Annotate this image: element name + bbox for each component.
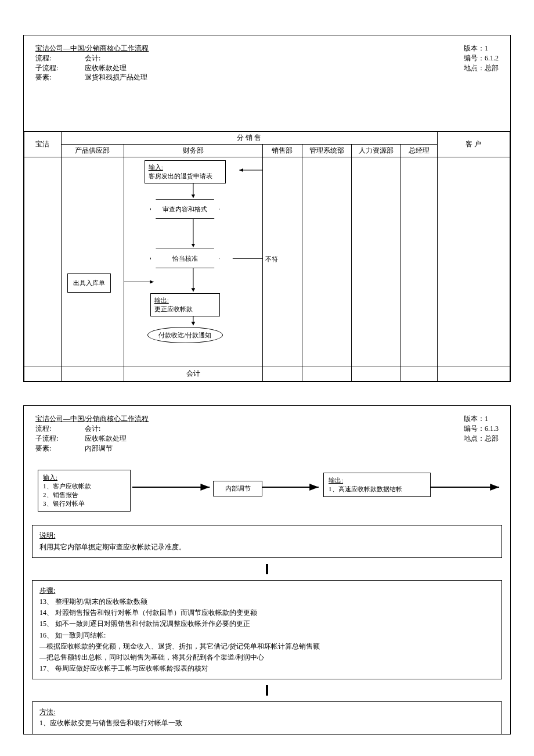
desc-title: 说明: — [39, 530, 495, 541]
lane-body-sales: 不符 — [262, 157, 302, 366]
lane-body-finance: 输入: 客房发出的退货申请表 审查内容和格式 恰当核准 输出: 更正应收帐款 付… — [124, 157, 262, 366]
footer-cell: 会计 — [124, 366, 262, 381]
lane-sales: 销售部 — [262, 145, 302, 157]
hdr-label: 流程: — [35, 53, 85, 63]
lane-hr: 人力资源部 — [352, 145, 401, 157]
node-approve: 恰当核准 — [150, 249, 220, 268]
hdr-value: 内部调节 — [85, 444, 464, 453]
lane-body-supply: 出具入库单 — [61, 157, 124, 366]
step-line: —把总售额转出总帐，同时以销售为基础，将其分配到各个渠道/利润中心 — [39, 652, 495, 663]
method-title: 方法: — [39, 707, 495, 718]
hdr-value: 退货和残损产品处理 — [85, 73, 464, 82]
step-line: 15、 如不一致则逐日对照销售和付款情况调整应收帐并作必要的更正 — [39, 618, 495, 629]
hdr-label: 要素: — [35, 73, 85, 82]
lane-gm: 总经理 — [401, 145, 438, 157]
mini-output-box: 输出: 1、高速应收帐款数据结帐 — [323, 473, 431, 497]
description-block: 说明: 利用其它内部单据定期审查应收帐款记录准度。 — [32, 525, 502, 557]
steps-title: 步骤: — [39, 585, 495, 596]
document-section-1: 宝洁公司—中国/分销商核心工作流程 流程:会计: 子流程:应收帐款处理 要素:退… — [23, 35, 511, 382]
step-line: 16、 如一致则同结帐: — [39, 630, 495, 641]
swimlane-table: 宝洁 分 销 售 客 户 产品供应部 财务部 销售部 管理系统部 人力资源部 总… — [24, 131, 510, 381]
node-payment-oval: 付款收讫/付款通知 — [147, 327, 223, 343]
mini-input-line: 2、销售报告 — [43, 491, 78, 498]
doc-title: 宝洁公司—中国/分销商核心工作流程 — [35, 44, 464, 53]
node-review: 审查内容和格式 — [150, 199, 220, 219]
hdr-label: 要素: — [35, 444, 85, 453]
hdr-label: 流程: — [35, 424, 85, 434]
hdr-value: 会计: — [85, 53, 464, 63]
steps-block: 步骤: 13、 整理期初/期末的应收帐款数额 14、 对照销售报告和银行对帐单（… — [32, 580, 502, 680]
step-line: 17、 每周应做好应收帐手工帐与应收帐帐龄报表的核对 — [39, 663, 495, 674]
lane-distributor-group: 分 销 售 — [61, 132, 437, 145]
hdr-label: 子流程: — [35, 434, 85, 444]
hdr-label: 子流程: — [35, 63, 85, 73]
lane-customer: 客 户 — [437, 132, 510, 157]
doc-title: 宝洁公司—中国/分销商核心工作流程 — [35, 414, 464, 424]
mini-input-title: 输入: — [43, 474, 57, 481]
lane-supply: 产品供应部 — [61, 145, 124, 157]
mini-output-title: 输出: — [329, 477, 343, 484]
meta-line: 地点：总部 — [464, 63, 499, 73]
node-stockin: 出具入库单 — [67, 273, 111, 293]
mini-input-line: 1、客户应收帐款 — [43, 483, 91, 489]
lane-finance: 财务部 — [124, 145, 262, 157]
meta-line: 版本：1 — [464, 414, 499, 424]
meta-line: 编号：6.1.2 — [464, 53, 499, 63]
meta-line: 编号：6.1.3 — [464, 424, 499, 434]
lane-mgmtsys: 管理系统部 — [302, 145, 351, 157]
desc-text: 利用其它内部单据定期审查应收帐款记录准度。 — [39, 542, 495, 553]
node-output-title: 输出: — [154, 297, 169, 304]
connector — [24, 564, 510, 574]
node-input: 输入: 客房发出的退货申请表 — [145, 160, 226, 183]
node-input-title: 输入: — [149, 164, 163, 171]
meta-line: 版本：1 — [464, 44, 499, 53]
header-block-2: 宝洁公司—中国/分销商核心工作流程 流程:会计: 子流程:应收帐款处理 要素:内… — [24, 406, 510, 461]
connector — [24, 685, 510, 696]
mini-process-box: 内部调节 — [213, 481, 262, 496]
step-line: 13、 整理期初/期末的应收帐款数额 — [39, 596, 495, 607]
hdr-value: 应收帐款处理 — [85, 434, 464, 444]
meta-line: 地点：总部 — [464, 434, 499, 444]
step-line: —根据应收帐款的变化额，现金收入、退货、折扣，其它借记/贷记凭单和坏帐计算总销售… — [39, 641, 495, 652]
label-reject: 不符 — [265, 255, 278, 264]
mini-flow: 输入: 1、客户应收帐款 2、销售报告 3、银行对帐单 内部调节 输出: 1、高… — [32, 467, 502, 519]
method-line: 1、应收帐款变更与销售报告和银行对帐单一致 — [39, 718, 495, 729]
step-line: 14、 对照销售报告和银行对帐单（付款回单）而调节应收帐款的变更额 — [39, 607, 495, 618]
hdr-value: 会计: — [85, 424, 464, 434]
hdr-value: 应收帐款处理 — [85, 63, 464, 73]
header-block-1: 宝洁公司—中国/分销商核心工作流程 流程:会计: 子流程:应收帐款处理 要素:退… — [24, 35, 510, 91]
mini-output-line: 1、高速应收帐款数据结帐 — [329, 485, 402, 492]
document-section-2: 宝洁公司—中国/分销商核心工作流程 流程:会计: 子流程:应收帐款处理 要素:内… — [23, 405, 511, 734]
mini-input-line: 3、银行对帐单 — [43, 500, 85, 507]
node-output-text: 更正应收帐款 — [154, 305, 193, 312]
mini-input-box: 输入: 1、客户应收帐款 2、销售报告 3、银行对帐单 — [38, 470, 131, 512]
method-block: 方法: 1、应收帐款变更与销售报告和银行对帐单一致 — [32, 701, 502, 733]
node-input-text: 客房发出的退货申请表 — [149, 172, 212, 179]
node-output: 输出: 更正应收帐款 — [150, 293, 220, 316]
lane-baojie: 宝洁 — [24, 132, 62, 157]
